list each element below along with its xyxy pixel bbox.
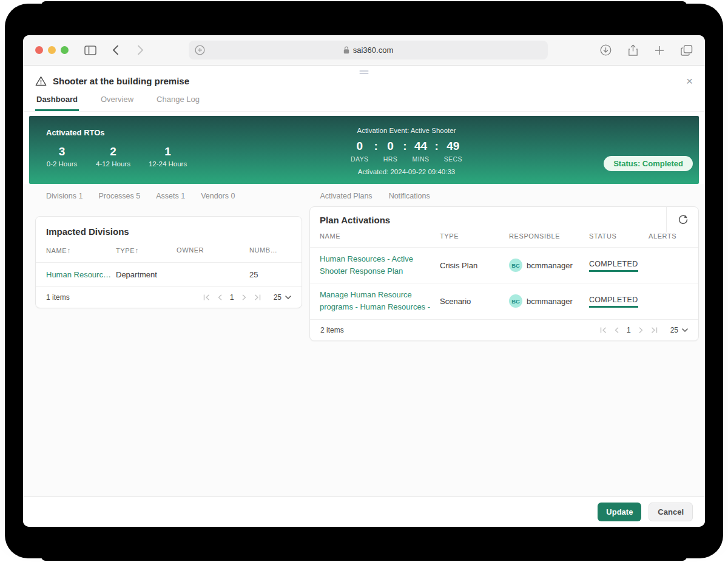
division-type: Department — [116, 270, 177, 279]
header-divider — [666, 207, 667, 232]
refresh-icon[interactable] — [678, 214, 689, 225]
zoom-window-button[interactable] — [61, 46, 69, 54]
plan-link[interactable]: Human Resources - Active Shooter Respons… — [320, 253, 440, 277]
status-completed: COMPLETED — [589, 260, 638, 272]
warning-triangle-icon — [35, 76, 47, 86]
drag-handle[interactable] — [360, 69, 369, 75]
responsible-name: bcmmanager — [527, 297, 573, 306]
activated-rtos-title: Activated RTOs — [46, 128, 187, 137]
status-badge: Status: Completed — [604, 156, 693, 171]
tab-overview-icon[interactable] — [681, 45, 693, 56]
column-header-responsible[interactable]: RESPONSIBLE — [509, 232, 589, 240]
chevron-down-icon — [682, 328, 688, 332]
column-header-type[interactable]: TYPE — [440, 232, 509, 240]
filter-tabs: Divisions 1 Processes 5 Assets 1 Vendors… — [23, 184, 705, 205]
items-count: 2 items — [320, 326, 344, 334]
url-text: sai360.com — [353, 46, 393, 55]
prev-page-icon[interactable] — [615, 327, 619, 333]
address-bar[interactable]: sai360.com — [189, 41, 548, 59]
update-button[interactable]: Update — [598, 503, 641, 521]
plan-link[interactable]: Manage Human Resource programs - Human R… — [320, 289, 440, 313]
next-page-icon[interactable] — [242, 294, 246, 300]
impacted-divisions-title: Impacted Divisions — [46, 226, 129, 237]
forward-icon[interactable] — [137, 45, 144, 55]
column-header-owner[interactable]: OWNER — [177, 246, 249, 255]
first-page-icon[interactable] — [203, 294, 210, 300]
share-icon[interactable] — [628, 44, 638, 56]
status-completed: COMPLETED — [589, 296, 638, 308]
plan-activations-title: Plan Activations — [320, 215, 390, 225]
sort-asc-icon: ↑ — [67, 246, 71, 255]
subtab-activated-plans[interactable]: Activated Plans — [320, 192, 372, 200]
table-row: Human Resources - Active Shooter Respons… — [310, 247, 698, 283]
plan-type: Scenario — [440, 297, 509, 306]
rto-counter: 2 4-12 Hours — [96, 145, 130, 168]
close-window-button[interactable] — [35, 46, 43, 54]
downloads-icon[interactable] — [600, 44, 612, 56]
subtab-processes[interactable]: Processes 5 — [98, 192, 140, 200]
browser-window: sai360.com Shooter at the building p — [23, 35, 705, 527]
current-page: 1 — [230, 293, 234, 302]
first-page-icon[interactable] — [600, 327, 607, 333]
tab-dashboard[interactable]: Dashboard — [35, 95, 79, 111]
tab-overview[interactable]: Overview — [99, 95, 135, 111]
window-controls — [35, 46, 69, 54]
new-tab-icon[interactable] — [655, 46, 664, 55]
impacted-divisions-card: Impacted Divisions NAME↑ TYPE↑ OWNER NUM… — [35, 216, 302, 308]
next-page-icon[interactable] — [639, 327, 643, 333]
rto-counter: 1 12-24 Hours — [149, 145, 187, 168]
prev-page-icon[interactable] — [218, 294, 222, 300]
subtab-notifications[interactable]: Notifications — [389, 192, 430, 200]
column-header-type[interactable]: TYPE↑ — [116, 246, 177, 255]
page-size-select[interactable]: 25 — [670, 326, 688, 334]
last-page-icon[interactable] — [651, 327, 658, 333]
close-icon[interactable]: × — [686, 75, 693, 87]
rto-counter: 3 0-2 Hours — [46, 145, 78, 168]
sidebar-toggle-icon[interactable] — [84, 46, 96, 55]
lock-icon — [343, 46, 349, 54]
browser-toolbar: sai360.com — [23, 35, 705, 66]
subtab-vendors[interactable]: Vendors 0 — [201, 192, 235, 200]
tab-change-log[interactable]: Change Log — [155, 95, 201, 111]
division-number: 25 — [249, 270, 291, 279]
page-size-select[interactable]: 25 — [274, 293, 291, 302]
plan-type: Crisis Plan — [440, 261, 509, 270]
subtab-divisions[interactable]: Divisions 1 — [46, 192, 83, 200]
modal-footer: Update Cancel — [23, 496, 705, 527]
column-header-name[interactable]: NAME — [320, 232, 440, 240]
last-page-icon[interactable] — [254, 294, 261, 300]
subtab-assets[interactable]: Assets 1 — [156, 192, 185, 200]
back-icon[interactable] — [112, 45, 119, 55]
tab-bar: Dashboard Overview Change Log — [23, 95, 705, 112]
table-row: Manage Human Resource programs - Human R… — [310, 283, 698, 319]
responsible-name: bcmmanager — [527, 261, 573, 270]
cancel-button[interactable]: Cancel — [649, 503, 693, 521]
items-count: 1 items — [46, 293, 70, 302]
plan-activations-card: Plan Activations NAME TYPE RESPONSIBLE S… — [309, 206, 699, 341]
chevron-down-icon — [285, 296, 291, 299]
sort-asc-icon: ↑ — [135, 246, 139, 255]
column-header-number[interactable]: NUMB… — [249, 246, 291, 255]
page-title: Shooter at the building premise — [53, 76, 189, 86]
avatar: BC — [509, 259, 522, 272]
activated-timestamp: Activated: 2024-09-22 09:40:33 — [351, 168, 462, 175]
minimize-window-button[interactable] — [48, 46, 56, 54]
column-header-status[interactable]: STATUS — [589, 232, 649, 240]
activation-event-label: Activation Event: Active Shooter — [351, 127, 462, 134]
activation-timer: Activation Event: Active Shooter 0DAYS :… — [351, 127, 462, 175]
activation-banner: Activated RTOs 3 0-2 Hours 2 4-12 Hours … — [29, 116, 699, 184]
avatar: BC — [509, 294, 522, 308]
division-link[interactable]: Human Resourc… — [46, 270, 116, 279]
table-row: Human Resourc… Department 25 — [36, 262, 302, 286]
current-page: 1 — [627, 326, 631, 334]
column-header-alerts[interactable]: ALERTS — [649, 232, 689, 240]
column-header-name[interactable]: NAME↑ — [46, 246, 116, 255]
